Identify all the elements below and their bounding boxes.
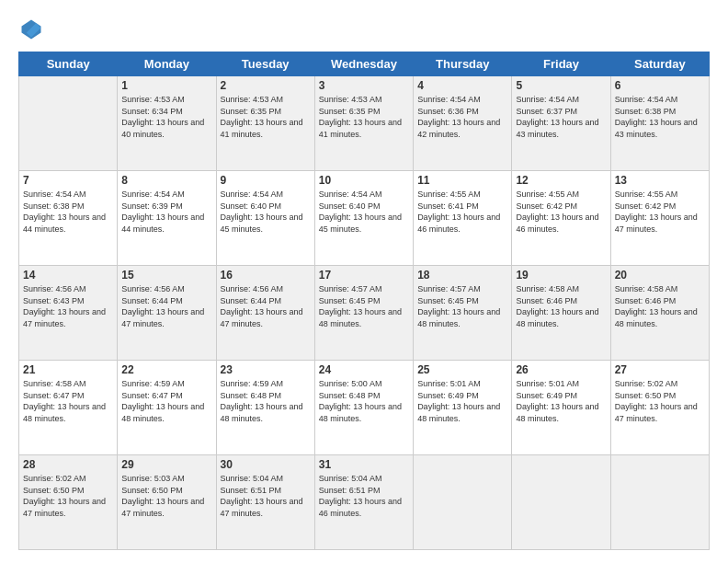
weekday-header: Thursday [414,52,512,76]
weekday-header: Tuesday [216,52,314,76]
cell-day-number: 20 [615,269,705,282]
cell-day-number: 31 [319,458,409,471]
calendar-week-row: 7Sunrise: 4:54 AM Sunset: 6:38 PM Daylig… [19,171,710,266]
cell-day-number: 10 [319,174,409,187]
cell-info: Sunrise: 4:58 AM Sunset: 6:46 PM Dayligh… [516,283,606,329]
calendar-body: 1Sunrise: 4:53 AM Sunset: 6:34 PM Daylig… [19,76,710,550]
cell-info: Sunrise: 4:53 AM Sunset: 6:35 PM Dayligh… [319,94,409,140]
cell-info: Sunrise: 4:54 AM Sunset: 6:36 PM Dayligh… [417,94,507,140]
calendar-cell: 31Sunrise: 5:04 AM Sunset: 6:51 PM Dayli… [314,455,413,550]
calendar-cell: 6Sunrise: 4:54 AM Sunset: 6:38 PM Daylig… [610,76,709,171]
cell-info: Sunrise: 4:54 AM Sunset: 6:37 PM Dayligh… [516,94,606,140]
cell-day-number: 22 [121,363,211,376]
calendar-header-row: SundayMondayTuesdayWednesdayThursdayFrid… [19,52,710,76]
calendar-cell: 29Sunrise: 5:03 AM Sunset: 6:50 PM Dayli… [118,455,216,550]
cell-day-number: 26 [516,363,606,376]
calendar-cell: 17Sunrise: 4:57 AM Sunset: 6:45 PM Dayli… [314,266,413,361]
cell-info: Sunrise: 4:56 AM Sunset: 6:44 PM Dayligh… [221,283,311,329]
calendar-week-row: 28Sunrise: 5:02 AM Sunset: 6:50 PM Dayli… [19,455,710,550]
calendar-cell: 16Sunrise: 4:56 AM Sunset: 6:44 PM Dayli… [216,266,314,361]
calendar-cell: 13Sunrise: 4:55 AM Sunset: 6:42 PM Dayli… [610,171,709,266]
calendar-cell [19,76,118,171]
cell-day-number: 9 [221,174,311,187]
cell-info: Sunrise: 4:54 AM Sunset: 6:40 PM Dayligh… [319,189,409,235]
cell-info: Sunrise: 5:03 AM Sunset: 6:50 PM Dayligh… [121,473,211,519]
cell-info: Sunrise: 4:57 AM Sunset: 6:45 PM Dayligh… [319,283,409,329]
cell-info: Sunrise: 5:00 AM Sunset: 6:48 PM Dayligh… [319,378,409,424]
cell-day-number: 15 [121,269,211,282]
calendar-cell: 12Sunrise: 4:55 AM Sunset: 6:42 PM Dayli… [512,171,610,266]
calendar-cell: 14Sunrise: 4:56 AM Sunset: 6:43 PM Dayli… [19,266,118,361]
calendar-cell: 8Sunrise: 4:54 AM Sunset: 6:39 PM Daylig… [118,171,216,266]
cell-info: Sunrise: 5:02 AM Sunset: 6:50 PM Dayligh… [615,378,705,424]
cell-info: Sunrise: 4:56 AM Sunset: 6:44 PM Dayligh… [121,283,211,329]
cell-info: Sunrise: 4:59 AM Sunset: 6:48 PM Dayligh… [221,378,311,424]
calendar-cell: 18Sunrise: 4:57 AM Sunset: 6:45 PM Dayli… [414,266,512,361]
calendar-cell: 25Sunrise: 5:01 AM Sunset: 6:49 PM Dayli… [414,361,512,455]
calendar-cell: 28Sunrise: 5:02 AM Sunset: 6:50 PM Dayli… [19,455,118,550]
cell-day-number: 17 [319,269,409,282]
cell-day-number: 24 [319,363,409,376]
cell-day-number: 25 [417,363,507,376]
cell-info: Sunrise: 4:57 AM Sunset: 6:45 PM Dayligh… [417,283,507,329]
cell-day-number: 2 [221,79,311,92]
weekday-header: Friday [512,52,610,76]
cell-info: Sunrise: 4:58 AM Sunset: 6:47 PM Dayligh… [23,378,113,424]
cell-day-number: 27 [615,363,705,376]
calendar-cell: 22Sunrise: 4:59 AM Sunset: 6:47 PM Dayli… [118,361,216,455]
calendar-cell: 7Sunrise: 4:54 AM Sunset: 6:38 PM Daylig… [19,171,118,266]
calendar-cell [512,455,610,550]
weekday-header: Monday [118,52,216,76]
cell-info: Sunrise: 4:54 AM Sunset: 6:40 PM Dayligh… [221,189,311,235]
cell-day-number: 28 [23,458,113,471]
cell-day-number: 7 [23,174,113,187]
cell-info: Sunrise: 4:56 AM Sunset: 6:43 PM Dayligh… [23,283,113,329]
cell-day-number: 18 [417,269,507,282]
calendar-cell: 19Sunrise: 4:58 AM Sunset: 6:46 PM Dayli… [512,266,610,361]
calendar-cell: 26Sunrise: 5:01 AM Sunset: 6:49 PM Dayli… [512,361,610,455]
calendar-cell: 4Sunrise: 4:54 AM Sunset: 6:36 PM Daylig… [414,76,512,171]
cell-day-number: 23 [221,363,311,376]
calendar-cell: 21Sunrise: 4:58 AM Sunset: 6:47 PM Dayli… [19,361,118,455]
cell-day-number: 30 [221,458,311,471]
calendar-cell: 15Sunrise: 4:56 AM Sunset: 6:44 PM Dayli… [118,266,216,361]
calendar-cell: 27Sunrise: 5:02 AM Sunset: 6:50 PM Dayli… [610,361,709,455]
cell-day-number: 4 [417,79,507,92]
weekday-header: Wednesday [314,52,413,76]
cell-day-number: 13 [615,174,705,187]
calendar-cell: 10Sunrise: 4:54 AM Sunset: 6:40 PM Dayli… [314,171,413,266]
cell-info: Sunrise: 4:55 AM Sunset: 6:42 PM Dayligh… [615,189,705,235]
calendar-cell: 1Sunrise: 4:53 AM Sunset: 6:34 PM Daylig… [118,76,216,171]
cell-day-number: 3 [319,79,409,92]
cell-info: Sunrise: 4:54 AM Sunset: 6:39 PM Dayligh… [121,189,211,235]
cell-day-number: 19 [516,269,606,282]
logo [18,17,48,42]
calendar-cell: 30Sunrise: 5:04 AM Sunset: 6:51 PM Dayli… [216,455,314,550]
cell-info: Sunrise: 4:55 AM Sunset: 6:42 PM Dayligh… [516,189,606,235]
cell-day-number: 11 [417,174,507,187]
calendar-cell [610,455,709,550]
calendar-week-row: 1Sunrise: 4:53 AM Sunset: 6:34 PM Daylig… [19,76,710,171]
cell-info: Sunrise: 5:04 AM Sunset: 6:51 PM Dayligh… [221,473,311,519]
cell-info: Sunrise: 5:02 AM Sunset: 6:50 PM Dayligh… [23,473,113,519]
weekday-header: Sunday [19,52,118,76]
calendar-cell: 20Sunrise: 4:58 AM Sunset: 6:46 PM Dayli… [610,266,709,361]
calendar-cell: 5Sunrise: 4:54 AM Sunset: 6:37 PM Daylig… [512,76,610,171]
weekday-header: Saturday [610,52,709,76]
cell-day-number: 12 [516,174,606,187]
calendar-cell: 23Sunrise: 4:59 AM Sunset: 6:48 PM Dayli… [216,361,314,455]
calendar-cell: 11Sunrise: 4:55 AM Sunset: 6:41 PM Dayli… [414,171,512,266]
cell-day-number: 6 [615,79,705,92]
calendar-week-row: 21Sunrise: 4:58 AM Sunset: 6:47 PM Dayli… [19,361,710,455]
cell-info: Sunrise: 4:53 AM Sunset: 6:35 PM Dayligh… [221,94,311,140]
cell-day-number: 5 [516,79,606,92]
cell-day-number: 1 [121,79,211,92]
calendar-cell: 9Sunrise: 4:54 AM Sunset: 6:40 PM Daylig… [216,171,314,266]
cell-info: Sunrise: 4:58 AM Sunset: 6:46 PM Dayligh… [615,283,705,329]
cell-info: Sunrise: 4:59 AM Sunset: 6:47 PM Dayligh… [121,378,211,424]
calendar-week-row: 14Sunrise: 4:56 AM Sunset: 6:43 PM Dayli… [19,266,710,361]
calendar-cell: 2Sunrise: 4:53 AM Sunset: 6:35 PM Daylig… [216,76,314,171]
calendar-table: SundayMondayTuesdayWednesdayThursdayFrid… [18,52,710,550]
header [18,17,710,42]
cell-day-number: 8 [121,174,211,187]
